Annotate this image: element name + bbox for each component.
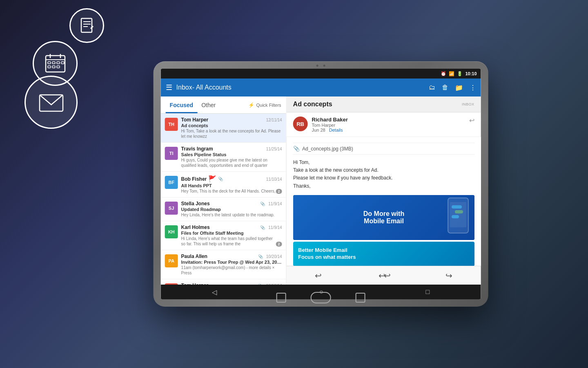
nav-back-button[interactable]: ◁ bbox=[212, 288, 217, 296]
folder-icon[interactable]: 🗂 bbox=[429, 84, 435, 91]
svg-rect-9 bbox=[52, 62, 55, 64]
delete-icon[interactable]: 🗑 bbox=[442, 84, 448, 91]
email-item-1[interactable]: TH Tom Harper 12/11/14 Ad concepts Hi To… bbox=[161, 114, 286, 143]
preview-6: 11am (tomharperwork@gmail.com) - more de… bbox=[181, 265, 282, 276]
count-3: 2 bbox=[276, 189, 282, 194]
notes-icon-circle bbox=[69, 8, 104, 43]
email-item-6[interactable]: PA Paula Allen 📎 10/20/14 Invitation: bbox=[161, 250, 286, 279]
reply-quick-icon[interactable]: ↩ bbox=[469, 117, 474, 124]
app-body: Focused Other ⚡ Quick Filters bbox=[161, 96, 481, 285]
count-5: 2 bbox=[276, 242, 282, 247]
avatar-4: SJ bbox=[165, 202, 178, 215]
image1-line2: Mobile Email bbox=[363, 218, 404, 225]
reply-all-button[interactable]: ↩↩ bbox=[369, 267, 399, 284]
avatar-2: TI bbox=[165, 147, 178, 160]
svg-rect-0 bbox=[81, 18, 92, 32]
tablet-outer-frame: ⏰ 📶 🔋 10:10 ☰ Inbox- All Accounts 🗂 🗑 📁 … bbox=[154, 61, 488, 307]
details-link[interactable]: Details bbox=[329, 128, 343, 132]
body-greeting: Hi Tom, bbox=[293, 159, 474, 166]
date-3: 11/10/14 bbox=[266, 177, 282, 182]
sender-1: Tom Harper bbox=[181, 117, 208, 123]
detail-sender-row: RB Richard Baker Tom Harper Jun 28 Detai… bbox=[287, 112, 481, 137]
svg-rect-11 bbox=[61, 62, 64, 64]
date-4: 11/9/14 bbox=[268, 202, 282, 206]
attach-icon-3: 📎 bbox=[218, 177, 223, 181]
tab-focused[interactable]: Focused bbox=[166, 96, 198, 113]
email-item-3[interactable]: BF Bob Fisher 🚩 📎 11/10/14 bbox=[161, 172, 286, 197]
email-item-4[interactable]: SJ Stella Jones 📎 11/9/14 Updated Road bbox=[161, 197, 286, 221]
attach-icon-5: 📎 bbox=[260, 225, 265, 230]
header-actions: 🗂 🗑 📁 ⋮ bbox=[429, 84, 476, 92]
preview-2: Hi guys, Could you please give me the la… bbox=[181, 157, 282, 168]
svg-rect-14 bbox=[57, 66, 60, 68]
email-top-1: Tom Harper 12/11/14 bbox=[181, 117, 282, 123]
camera-dot-1 bbox=[316, 65, 318, 67]
attach-icon-6: 📎 bbox=[258, 254, 263, 259]
menu-icon[interactable]: ☰ bbox=[166, 83, 172, 92]
lightning-icon: ⚡ bbox=[248, 102, 254, 108]
email-top-4: Stella Jones 📎 11/9/14 bbox=[181, 201, 282, 206]
inbox-badge: INBOX bbox=[462, 102, 474, 106]
sender-date-details: Jun 28 Details bbox=[312, 128, 465, 132]
sender-to-row: Tom Harper bbox=[312, 123, 465, 128]
image2-line2: Focus on what matters bbox=[298, 254, 356, 261]
tab-bar: Focused Other ⚡ Quick Filters bbox=[161, 96, 286, 114]
email-item-2[interactable]: TI Travis Ingram 11/25/14 Sales Pipeline… bbox=[161, 143, 286, 172]
forward-button[interactable]: ↪ bbox=[436, 267, 462, 284]
detail-subject: Ad concepts bbox=[293, 101, 332, 108]
tablet-hw-btn-right bbox=[356, 293, 365, 303]
email-item-7[interactable]: TH Tom Harper 📎 12/10/14 Fwd: Key Cust bbox=[161, 279, 286, 285]
date-6: 10/20/14 bbox=[266, 254, 282, 259]
reply-button[interactable]: ↩ bbox=[305, 267, 332, 284]
nav-recent-button[interactable]: □ bbox=[425, 288, 430, 296]
email-content-6: Paula Allen 📎 10/20/14 Invitation: Press… bbox=[181, 254, 282, 276]
svg-rect-18 bbox=[452, 205, 462, 209]
date-5: 11/9/14 bbox=[268, 225, 282, 230]
tablet-device: ⏰ 📶 🔋 10:10 ☰ Inbox- All Accounts 🗂 🗑 📁 … bbox=[154, 61, 488, 307]
email-image-1: Do More with Mobile Email bbox=[293, 195, 474, 240]
image2-line1: Better Mobile Email bbox=[298, 247, 356, 254]
preview-4: Hey Linda, Here's the latest update to t… bbox=[181, 212, 282, 218]
image2-text: Better Mobile Email Focus on what matter… bbox=[298, 247, 356, 261]
attachment-row: 📎 Ad_concepts.jpg (3MB) bbox=[293, 143, 474, 155]
email-top-3: Bob Fisher 🚩 📎 11/10/14 bbox=[181, 175, 282, 183]
svg-rect-13 bbox=[52, 66, 55, 68]
detail-body: 📎 Ad_concepts.jpg (3MB) Hi Tom, Take a l… bbox=[287, 137, 481, 266]
svg-rect-8 bbox=[48, 62, 51, 64]
email-list: TH Tom Harper 12/11/14 Ad concepts Hi To… bbox=[161, 114, 286, 285]
tablet-hw-btn-home bbox=[311, 292, 331, 303]
email-top-2: Travis Ingram 11/25/14 bbox=[181, 146, 282, 152]
email-content-1: Tom Harper 12/11/14 Ad concepts Hi Tom, … bbox=[181, 117, 282, 139]
email-content-3: Bob Fisher 🚩 📎 11/10/14 All Hands PPT He… bbox=[181, 175, 282, 194]
email-list-panel: Focused Other ⚡ Quick Filters bbox=[161, 96, 287, 285]
email-image-2: Better Mobile Email Focus on what matter… bbox=[293, 242, 474, 266]
attach-icon-4: 📎 bbox=[260, 202, 265, 206]
archive-icon[interactable]: 📁 bbox=[455, 84, 463, 92]
action-bar: ↩ ↩↩ ↪ bbox=[287, 266, 481, 285]
email-body-text: Hi Tom, Take a look at the new concepts … bbox=[293, 159, 474, 190]
email-detail-panel: Ad concepts INBOX RB Richard Baker Tom H… bbox=[287, 96, 481, 285]
body-thanks: Thanks, bbox=[293, 182, 474, 190]
email-content-5: Karl Holmes 📎 11/9/14 Files for Offsite … bbox=[181, 224, 282, 247]
avatar-3: BF bbox=[165, 176, 178, 189]
sender-3: Bob Fisher bbox=[181, 176, 207, 182]
email-icon-circle bbox=[24, 76, 78, 129]
subject-3: All Hands PPT bbox=[181, 183, 282, 188]
tablet-camera bbox=[316, 65, 325, 67]
more-icon[interactable]: ⋮ bbox=[470, 84, 476, 92]
quick-filters-button[interactable]: ⚡ Quick Filters bbox=[248, 102, 281, 108]
camera-dot-2 bbox=[323, 65, 325, 67]
sender-4: Stella Jones bbox=[181, 201, 210, 206]
email-content-2: Travis Ingram 11/25/14 Sales Pipeline St… bbox=[181, 146, 282, 168]
tab-other[interactable]: Other bbox=[197, 96, 220, 113]
sender-6: Paula Allen bbox=[181, 254, 207, 259]
email-top-5: Karl Holmes 📎 11/9/14 bbox=[181, 224, 282, 230]
subject-4: Updated Roadmap bbox=[181, 207, 282, 212]
svg-rect-10 bbox=[57, 62, 60, 64]
avatar-6: PA bbox=[165, 254, 178, 267]
email-top-6: Paula Allen 📎 10/20/14 bbox=[181, 254, 282, 259]
svg-rect-19 bbox=[455, 210, 463, 213]
email-item-5[interactable]: KH Karl Holmes 📎 11/9/14 Files for Off bbox=[161, 221, 286, 250]
header-title: Inbox- All Accounts bbox=[176, 84, 429, 91]
app-header: ☰ Inbox- All Accounts 🗂 🗑 📁 ⋮ bbox=[161, 79, 481, 96]
